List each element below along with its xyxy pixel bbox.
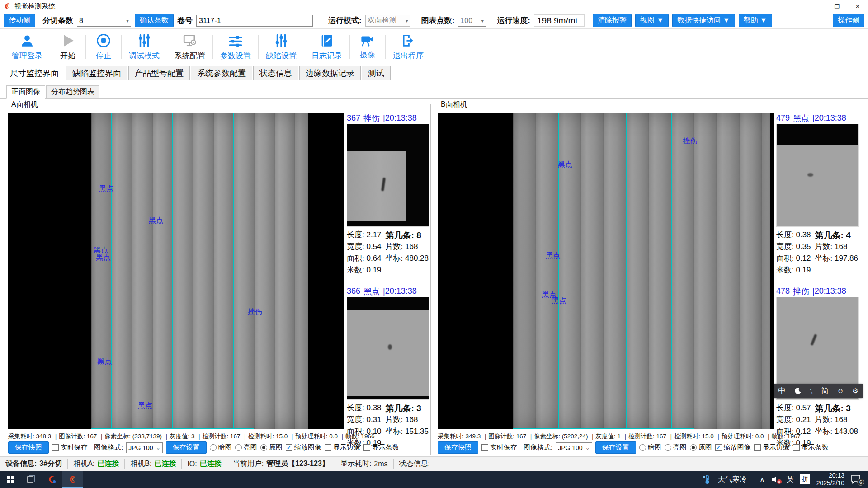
start-button[interactable]: 开始 bbox=[50, 33, 85, 61]
save-snapshot-button[interactable]: 保存快照 bbox=[438, 441, 478, 454]
task-view-button[interactable] bbox=[21, 471, 42, 488]
tab-front-image[interactable]: 正面图像 bbox=[6, 85, 45, 99]
defect-thumbnail[interactable] bbox=[347, 124, 429, 227]
zoom-image-checkbox[interactable]: ✓ bbox=[715, 444, 722, 451]
clear-alarm-button[interactable]: 清除报警 bbox=[593, 14, 632, 27]
stop-button[interactable]: 停止 bbox=[86, 33, 121, 61]
defect-label: 挫伤 bbox=[248, 307, 262, 317]
defect-label: 黑点 bbox=[138, 401, 152, 411]
help-menu-button[interactable]: 帮助 ▼ bbox=[739, 14, 772, 27]
zoom-image-checkbox[interactable]: ✓ bbox=[286, 444, 292, 451]
camera-a-image[interactable]: 黑点 黑点 黑点 黑点 黑点 黑点 挫伤 bbox=[8, 113, 344, 429]
admin-login-button[interactable]: 管理登录 bbox=[5, 33, 50, 61]
clock[interactable]: 20:13 2025/2/10 bbox=[816, 472, 844, 487]
image-format-select[interactable]: JPG 100⌄ bbox=[126, 442, 163, 453]
tab-distribution-trend-chart[interactable]: 分布趋势图表 bbox=[46, 85, 99, 98]
roll-number-input[interactable]: 3117-1 bbox=[196, 15, 313, 27]
chart-points-select[interactable]: 100▾ bbox=[458, 15, 486, 27]
chevron-down-icon: ▾ bbox=[478, 18, 484, 24]
bright-image-radio[interactable] bbox=[235, 444, 242, 451]
volume-muted-icon[interactable]: ✕ bbox=[771, 475, 780, 483]
show-strips-checkbox[interactable] bbox=[363, 444, 370, 451]
moon-icon[interactable] bbox=[794, 387, 802, 394]
language-indicator[interactable]: 英 bbox=[787, 475, 794, 484]
confirm-count-button[interactable]: 确认条数 bbox=[135, 14, 174, 27]
current-user: 当前用户:管理员【123-123】 bbox=[227, 459, 335, 469]
chevron-down-icon: ▾ bbox=[123, 18, 129, 24]
original-image-label: 原图 bbox=[698, 443, 712, 452]
close-button[interactable]: ✕ bbox=[847, 0, 868, 13]
defect-thumbnail[interactable] bbox=[776, 124, 859, 227]
show-strips-checkbox[interactable] bbox=[793, 444, 800, 451]
notification-center-button[interactable]: 6 bbox=[851, 474, 863, 484]
bright-image-label: 亮图 bbox=[244, 443, 257, 452]
active-app-button[interactable] bbox=[62, 471, 83, 488]
gear-icon[interactable]: ⚙ bbox=[852, 387, 858, 395]
dark-image-radio[interactable] bbox=[210, 444, 217, 451]
slit-count-select[interactable]: 8▾ bbox=[77, 15, 131, 27]
debug-mode-button[interactable]: 调试模式 bbox=[122, 33, 167, 61]
camera-b-stats: 采集耗时: 349.3 ｜图像计数: 167 ｜像素坐标: (5202,24) … bbox=[438, 432, 801, 441]
original-image-radio[interactable] bbox=[260, 444, 267, 451]
system-config-button[interactable]: 系统配置 bbox=[167, 33, 212, 61]
ime-simplified[interactable]: 简 bbox=[821, 385, 829, 396]
show-edges-checkbox[interactable] bbox=[754, 444, 761, 451]
show-edges-checkbox[interactable] bbox=[325, 444, 331, 451]
title-bar: 视觉检测系统 – ❐ ✕ bbox=[0, 0, 868, 13]
window-title: 视觉检测系统 bbox=[14, 2, 55, 11]
tab-edge-data-record[interactable]: 边缘数据记录 bbox=[299, 66, 361, 80]
view-menu-button[interactable]: 视图 ▼ bbox=[635, 14, 669, 27]
pinned-app-button[interactable] bbox=[42, 471, 62, 488]
run-mode-select[interactable]: 双面检测▾ bbox=[365, 15, 410, 27]
realtime-save-label: 实时保存 bbox=[490, 443, 517, 452]
emoji-icon[interactable]: ☺ bbox=[837, 387, 844, 394]
dark-image-radio[interactable] bbox=[639, 444, 646, 451]
original-image-radio[interactable] bbox=[690, 444, 697, 451]
log-record-button[interactable]: 日志记录 bbox=[304, 33, 349, 61]
defect-thumbnail[interactable] bbox=[347, 297, 429, 400]
realtime-save-checkbox[interactable] bbox=[481, 444, 488, 451]
camera-b-image[interactable]: 挫伤 黑点 黑点 黑点 黑点 bbox=[438, 113, 774, 429]
panel-camera-a: A面相机 黑点 黑点 黑点 黑点 黑点 黑点 挫伤 367挫伤|20:13:38… bbox=[5, 104, 431, 455]
tray-chevron-icon[interactable]: ∧ bbox=[760, 475, 765, 484]
realtime-save-label: 实时保存 bbox=[61, 443, 88, 452]
save-settings-button[interactable]: 保存设置 bbox=[166, 441, 207, 454]
divider bbox=[431, 35, 431, 59]
defect-settings-button[interactable]: 缺陷设置 bbox=[259, 33, 304, 61]
tab-test[interactable]: 测试 bbox=[362, 66, 391, 80]
weather-text[interactable]: 天气寒冷 bbox=[718, 475, 747, 484]
sliders-horizontal-icon bbox=[228, 33, 243, 48]
monitor-gear-icon bbox=[182, 33, 198, 48]
zoom-image-label: 缩放图像 bbox=[294, 443, 321, 452]
tab-system-param-config[interactable]: 系统参数配置 bbox=[191, 66, 252, 80]
restore-button[interactable]: ❐ bbox=[826, 0, 847, 13]
drive-side-button[interactable]: 传动侧 bbox=[4, 14, 35, 27]
minimize-button[interactable]: – bbox=[806, 0, 826, 13]
strip-boundaries bbox=[91, 113, 254, 429]
show-edges-label: 显示边缘 bbox=[763, 443, 790, 452]
tab-product-model-config[interactable]: 产品型号配置 bbox=[128, 66, 190, 80]
tab-status-info[interactable]: 状态信息 bbox=[253, 66, 298, 80]
data-quick-access-button[interactable]: 数据快捷访问 ▼ bbox=[672, 14, 735, 27]
ime-indicator[interactable]: 拼 bbox=[800, 474, 810, 484]
save-settings-button[interactable]: 保存设置 bbox=[595, 441, 636, 454]
exit-program-button[interactable]: 退出程序 bbox=[386, 33, 431, 61]
parameter-settings-button[interactable]: 参数设置 bbox=[213, 33, 258, 61]
operator-side-button[interactable]: 操作侧 bbox=[833, 14, 864, 27]
save-snapshot-button[interactable]: 保存快照 bbox=[8, 441, 49, 454]
capture-button[interactable]: 摄像 bbox=[350, 34, 385, 60]
bright-image-radio[interactable] bbox=[665, 444, 671, 451]
ime-punctuation[interactable]: ’, bbox=[810, 387, 813, 394]
camera-a-stats: 采集耗时: 348.3 ｜图像计数: 167 ｜像素坐标: (333,7139)… bbox=[8, 432, 375, 441]
dark-image-label: 暗图 bbox=[648, 443, 661, 452]
start-button[interactable] bbox=[0, 471, 21, 488]
user-icon bbox=[19, 33, 35, 48]
image-format-select[interactable]: JPG 100⌄ bbox=[556, 442, 592, 453]
defect-header: 367挫伤|20:13:38 bbox=[347, 113, 429, 124]
tab-defect-monitor[interactable]: 缺陷监控界面 bbox=[66, 66, 127, 80]
ime-lang-mode[interactable]: 中 bbox=[778, 385, 786, 396]
realtime-save-checkbox[interactable] bbox=[52, 444, 59, 451]
tab-size-monitor[interactable]: 尺寸监控界面 bbox=[4, 66, 65, 80]
show-edges-label: 显示边缘 bbox=[333, 443, 360, 452]
camera-b-status: 相机B:已连接 bbox=[125, 459, 182, 469]
